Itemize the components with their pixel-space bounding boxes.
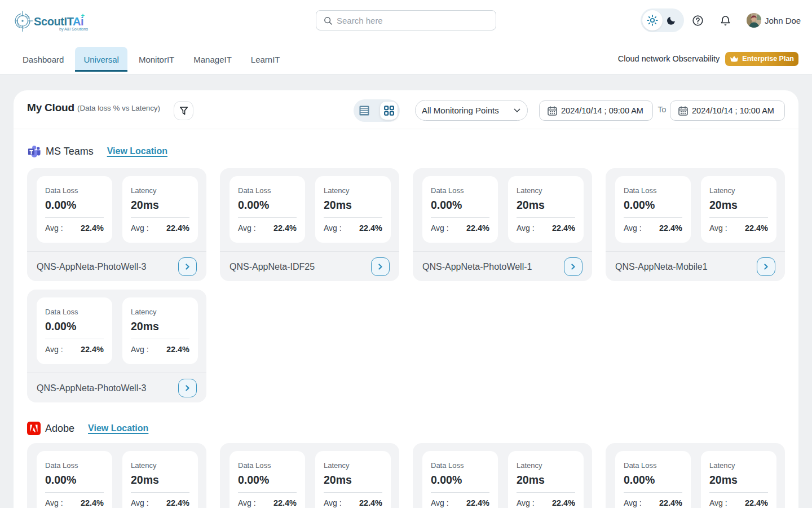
svg-text:ScoutIT: ScoutIT	[34, 15, 74, 28]
svg-text:Ai: Ai	[73, 15, 83, 28]
svg-text:by A&I Solutions: by A&I Solutions	[59, 27, 88, 32]
